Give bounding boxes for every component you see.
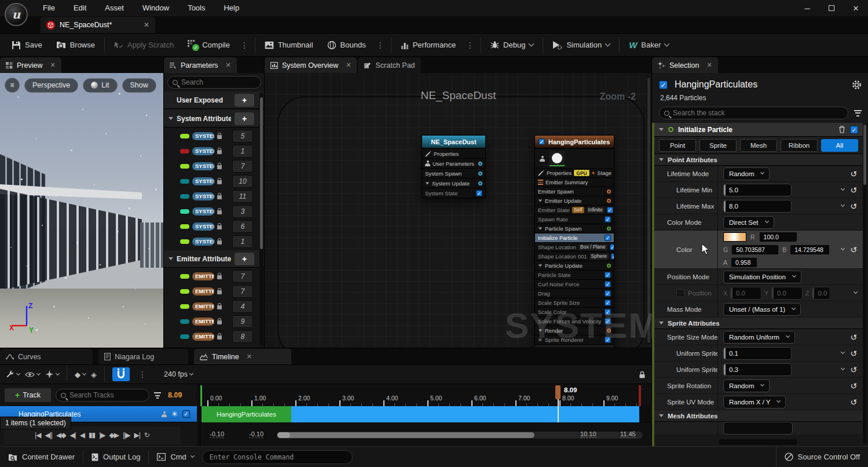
reset-to-default-icon[interactable]: ↺ [850,246,857,254]
tab-parameters[interactable]: Parameters✕ [164,57,237,73]
expand-chevron-icon[interactable] [854,290,858,294]
viewport-menu-button[interactable]: ≡ [5,78,20,93]
collapse-caret-icon[interactable] [169,257,173,260]
graph-scrollbar[interactable] [647,76,651,344]
show-button[interactable]: Show [122,78,156,93]
parameter-row[interactable]: EMITTER7 [164,269,265,284]
timeline-ruler[interactable]: 0.001.002.003.004.005.006.007.008.009.00 [200,384,652,406]
menu-asset[interactable]: Asset [96,0,133,16]
add-stage-button[interactable]: + [592,170,595,176]
filter-icon[interactable] [854,110,862,116]
emitter-node[interactable]: HangingParticulates PropertiesGPU+ Stage… [534,135,614,348]
node-row-properties[interactable]: PropertiesGPU+ Stage [535,168,614,177]
playhead-marker[interactable] [555,385,561,399]
vector-number-input[interactable]: 0.0 [771,287,803,300]
node-row-particle-spawn[interactable]: Particle Spawn [535,224,614,233]
group-header-sprite-attributes[interactable]: Sprite Attributes [654,318,863,329]
parameter-row[interactable]: SYSTEM5 [164,129,265,144]
node-row-emitter-summary[interactable]: Emitter Summary [535,177,614,187]
reset-to-default-icon[interactable]: ↺ [850,382,857,390]
add-track-button[interactable]: +Track [5,388,51,402]
collapse-caret-icon[interactable] [539,200,542,202]
property-enable-checkbox[interactable] [676,289,684,297]
asset-tab[interactable]: NE_SpaceDust* ✕ [41,17,155,33]
parameter-row[interactable]: EMITTER4 [164,299,265,314]
node-row-user-parameters[interactable]: User Parameters [422,158,485,168]
vector-number-input[interactable]: 0.0 [730,287,761,300]
collapse-caret-icon[interactable] [659,322,664,324]
content-drawer-button[interactable]: Content Drawer [0,447,83,467]
loop-button[interactable]: ↻ [144,431,149,439]
collapse-caret-icon[interactable] [169,117,173,120]
module-enabled-checkbox[interactable] [610,244,614,250]
color-r-input[interactable]: 100.0 [759,232,797,242]
module-enabled-checkbox[interactable] [605,300,611,306]
property-dropdown[interactable]: Unset / (Mass of 1) [723,303,801,316]
parameter-row[interactable]: EMITTER8 [164,329,265,344]
track-enabled-checkbox[interactable] [182,410,190,418]
node-row-spawn-rate[interactable]: Spawn Rate [535,214,614,224]
module-enabled-checkbox[interactable] [605,235,611,241]
module-enabled-checkbox[interactable] [605,318,611,324]
property-dropdown[interactable]: Direct Set [723,216,774,229]
close-icon[interactable]: ✕ [50,61,55,69]
system-node[interactable]: NE_SpaceDust PropertiesUser ParametersSy… [422,135,486,198]
expand-chevron-icon[interactable] [841,366,845,370]
node-row-drag[interactable]: Drag [535,289,614,298]
debug-button[interactable]: Debug [484,34,540,57]
group-header-mesh-attributes[interactable]: Mesh Attributes [654,410,863,422]
parameter-row[interactable]: EMITTER9 [164,314,265,329]
cmd-dropdown[interactable]: Cmd [149,447,202,467]
parameter-row[interactable]: SYSTEM1 [164,234,265,249]
expand-chevron-icon[interactable] [841,350,845,354]
step-forward-button[interactable]: |▶ [99,431,105,439]
parameter-row[interactable]: SYSTEM7 [164,159,265,174]
color-swatch[interactable] [723,232,746,242]
property-number-input[interactable]: 0.1 [723,347,792,360]
close-icon[interactable]: ✕ [346,61,351,69]
tab-system-overview[interactable]: System Overview✕ [265,57,357,73]
save-button[interactable]: Save [5,34,49,57]
console-command-input[interactable]: Enter Console Command [202,450,353,464]
trash-icon[interactable] [838,126,845,133]
node-row-properties[interactable]: Properties [422,148,485,158]
module-enabled-checkbox[interactable] [605,337,611,343]
pin-icon[interactable] [607,264,611,268]
node-row-emitter-spawn[interactable]: Emitter Spawn [535,187,614,196]
browse-button[interactable]: Browse [49,34,102,57]
parameters-scrollbar[interactable] [259,93,263,345]
track-search-input[interactable]: Search Tracks [56,389,149,402]
property-dropdown[interactable]: Simulation Position [723,271,801,283]
module-enabled-checkbox[interactable] [605,272,611,278]
close-icon[interactable]: ✕ [706,61,712,69]
node-row-system-update[interactable]: System Update [422,178,485,188]
parameters-search-input[interactable]: Search [167,76,261,89]
lit-button[interactable]: Lit [83,78,117,93]
node-row-initialize-particle[interactable]: Initialize Particle [535,233,614,242]
snap-toggle-button[interactable] [112,367,130,381]
parameter-row[interactable]: SYSTEM11 [164,189,265,204]
collapse-caret-icon[interactable] [426,182,429,184]
node-row-emitter-state[interactable]: Emitter StateSelfInfinite [535,205,614,214]
module-enabled-checkbox[interactable] [607,207,613,213]
snap-options-kebab-icon[interactable]: ⋮ [135,370,151,379]
pause-button[interactable]: ▮▮ [89,431,95,439]
node-row-solve-forces-and-velocity[interactable]: Solve Forces and Velocity [535,316,614,326]
collapse-caret-icon[interactable] [659,158,664,161]
emitter-enabled-checkbox[interactable] [539,138,545,145]
tab-preview[interactable]: Preview✕ [0,57,61,73]
emitter-track-lane[interactable]: HangingParticulates [200,406,652,422]
step-back-button[interactable]: ◀| [69,431,75,439]
timeline-scrollbar-thumb[interactable] [277,432,534,438]
emitter-node-header[interactable]: HangingParticulates [535,136,614,148]
compile-options-kebab-icon[interactable]: ⋮ [237,41,252,50]
node-row-curl-noise-force[interactable]: Curl Noise Force [535,279,614,289]
property-dropdown[interactable]: Random X / Y [723,396,786,408]
next-key-button[interactable]: ◆▶ [109,431,119,439]
reset-to-default-icon[interactable]: ↺ [850,202,857,210]
module-enabled-checkbox[interactable] [611,253,614,260]
thumbnail-button[interactable]: Thumbnail [258,34,320,57]
menu-tools[interactable]: Tools [178,0,214,16]
simulation-button[interactable]: Simulation [545,34,617,57]
bounds-options-kebab-icon[interactable]: ⋮ [373,41,389,50]
